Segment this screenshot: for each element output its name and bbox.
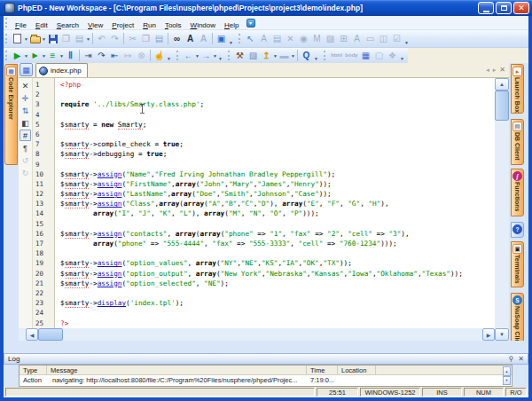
find-next-icon[interactable]: A bbox=[184, 32, 197, 45]
syntax-check-icon[interactable]: ▣ bbox=[215, 32, 228, 45]
editor-gutter[interactable]: 1234567891011121314151617181920212223242… bbox=[33, 78, 55, 328]
menu-project[interactable]: Project bbox=[107, 20, 138, 31]
sort-icon[interactable]: ⇅ bbox=[20, 105, 31, 116]
toolbar-grip[interactable] bbox=[5, 51, 8, 60]
menu-tools[interactable]: Tools bbox=[160, 20, 186, 31]
menu-search[interactable]: Search bbox=[52, 20, 83, 31]
read-only: R/O bbox=[505, 388, 527, 397]
save-icon[interactable] bbox=[46, 32, 59, 45]
functions-icon: ƒ bbox=[512, 171, 522, 181]
log-column-message[interactable]: Message bbox=[47, 366, 307, 375]
profiler-icon[interactable]: Q bbox=[300, 49, 313, 62]
select-pointer-icon[interactable]: ↖ bbox=[244, 32, 257, 45]
code-line bbox=[60, 248, 495, 258]
tab-launch-box[interactable]: ▸Launch Box bbox=[511, 64, 524, 114]
toolbar-overflow-icon[interactable]: ▼ bbox=[166, 48, 172, 63]
toolbar-grip[interactable] bbox=[176, 51, 179, 60]
log-panel-header[interactable]: Log ⚲ ✕ bbox=[4, 353, 528, 365]
editor-vertical-scrollbar[interactable]: ▲ ▼ bbox=[495, 78, 509, 341]
menu-run[interactable]: Run bbox=[138, 20, 160, 31]
toolbar-overflow-icon[interactable]: ▼ bbox=[313, 48, 319, 63]
tab-scroll-right-icon[interactable]: ▸ bbox=[493, 67, 497, 74]
toolbar-overflow-icon[interactable]: ▼ bbox=[399, 48, 405, 63]
close-button[interactable]: ✕ bbox=[513, 2, 529, 14]
toolbar-overflow-icon[interactable]: ▼ bbox=[403, 30, 410, 47]
menu-window[interactable]: Window bbox=[186, 20, 220, 31]
deploy-icon[interactable]: ↥ bbox=[260, 49, 273, 62]
expand-all-icon[interactable]: ↻ bbox=[20, 167, 31, 178]
tab-scroll-left-icon[interactable]: ◂ bbox=[486, 67, 489, 74]
toolbar-overflow-icon[interactable]: ▼ bbox=[217, 48, 223, 63]
tab-help[interactable]: ? bbox=[511, 222, 524, 238]
run-icon[interactable]: ▶ bbox=[11, 49, 24, 62]
code-explorer-icon: ▦ bbox=[6, 67, 16, 76]
log-scrollbar[interactable]: ▲▼ bbox=[503, 366, 511, 385]
break-icon[interactable]: ☝ bbox=[153, 49, 166, 62]
run-in-debugger-icon[interactable]: ▶ bbox=[28, 49, 42, 62]
code-line: $smarty->assign("contacts", array(array(… bbox=[60, 229, 495, 239]
terminal-icon: ▣ bbox=[512, 244, 522, 254]
step-over-icon[interactable]: ↷ bbox=[95, 49, 108, 62]
code-line bbox=[60, 219, 495, 229]
toolbar-grip[interactable] bbox=[228, 51, 231, 60]
tab-functions[interactable]: ƒFunctions bbox=[511, 169, 524, 216]
horizontal-scroll-thumb[interactable] bbox=[38, 328, 63, 341]
scroll-up-icon[interactable]: ▲ bbox=[495, 78, 509, 90]
declaration-icon[interactable]: ◧ bbox=[20, 117, 31, 129]
dropdown-arrow-icon[interactable]: ▼ bbox=[291, 53, 295, 59]
scroll-right-icon[interactable]: ▶ bbox=[482, 328, 495, 341]
move-icon[interactable]: ✛ bbox=[20, 92, 31, 104]
title-bar[interactable]: PhpED - New Workspace - [C:\Program File… bbox=[0, 0, 532, 16]
vertical-scroll-thumb[interactable] bbox=[495, 90, 509, 121]
step-in-icon[interactable]: ⇥ bbox=[82, 49, 95, 62]
line-numbers-icon[interactable]: # bbox=[20, 130, 31, 141]
menu-grip[interactable] bbox=[5, 18, 8, 28]
paragraph-marks-icon[interactable]: ¶ bbox=[20, 142, 31, 153]
dropdown-arrow-icon[interactable]: ▼ bbox=[86, 36, 90, 42]
pause-icon[interactable]: Ⅱ bbox=[64, 49, 77, 62]
log-row[interactable]: Actionnavigating: http://localhost:8080/… bbox=[20, 375, 512, 385]
toolbar-grip[interactable] bbox=[239, 34, 241, 43]
forward-icon[interactable]: → bbox=[200, 49, 213, 62]
workspace-button[interactable]: ▦ bbox=[20, 63, 33, 76]
editor-horizontal-scrollbar[interactable]: ◀ ▶ bbox=[19, 328, 495, 341]
tab-terminals[interactable]: ▣Terminals bbox=[511, 241, 524, 287]
code-line: array("phone" => "555-4444", "fax" => "5… bbox=[60, 239, 495, 248]
collapse-all-icon[interactable]: ↺ bbox=[20, 154, 31, 166]
settings-icon[interactable]: ⚒ bbox=[233, 49, 246, 62]
line-number: 14 bbox=[35, 208, 54, 218]
code-editor[interactable]: <?phprequire '../libs/Smarty.class.php';… bbox=[55, 78, 495, 328]
toolbar-grip[interactable] bbox=[324, 51, 326, 60]
log-splitter[interactable] bbox=[4, 341, 528, 353]
scroll-down-icon[interactable]: ▼ bbox=[495, 328, 509, 341]
code-snippets-icon[interactable]: ▨ bbox=[246, 49, 260, 62]
pin-icon[interactable]: ⚲ bbox=[508, 355, 513, 363]
menu-help[interactable]: Help bbox=[220, 20, 243, 31]
scroll-left-icon[interactable]: ◀ bbox=[26, 328, 38, 341]
tab-index-php[interactable]: index.php bbox=[35, 63, 88, 77]
insert-table-icon[interactable]: ▦ bbox=[359, 49, 372, 62]
menu-overflow-icon[interactable]: ▾ bbox=[246, 19, 255, 28]
log-column-location[interactable]: Location bbox=[338, 366, 376, 375]
step-out-icon[interactable]: ⇤ bbox=[108, 49, 121, 62]
menu-file[interactable]: File bbox=[11, 20, 31, 31]
maximize-button[interactable] bbox=[496, 2, 512, 14]
save-all-icon: ❐ bbox=[59, 32, 73, 45]
toolbar-grip[interactable] bbox=[5, 34, 8, 43]
log-column-time[interactable]: Time bbox=[307, 366, 338, 375]
tab-db-client[interactable]: ▤DB Client bbox=[511, 119, 524, 165]
log-close-icon[interactable]: ✕ bbox=[518, 355, 524, 363]
toolbar-overflow-icon[interactable]: ▼ bbox=[228, 30, 234, 47]
minimize-button[interactable] bbox=[478, 2, 494, 14]
tab-code-explorer[interactable]: ▦Code Explorer bbox=[4, 64, 18, 165]
back-icon[interactable]: ← bbox=[182, 49, 195, 62]
menu-view[interactable]: View bbox=[83, 20, 107, 31]
find-icon[interactable]: ∞ bbox=[170, 32, 184, 45]
log-column-type[interactable]: Type bbox=[20, 366, 47, 375]
menu-edit[interactable]: Edit bbox=[31, 20, 52, 31]
new-file-icon[interactable] bbox=[11, 32, 24, 45]
profile-icon[interactable]: ≡ bbox=[46, 49, 59, 62]
tab-close-icon[interactable]: ✕ bbox=[499, 66, 505, 74]
open-file-icon[interactable] bbox=[28, 32, 42, 45]
close-panel-icon[interactable]: ✕ bbox=[20, 80, 31, 91]
